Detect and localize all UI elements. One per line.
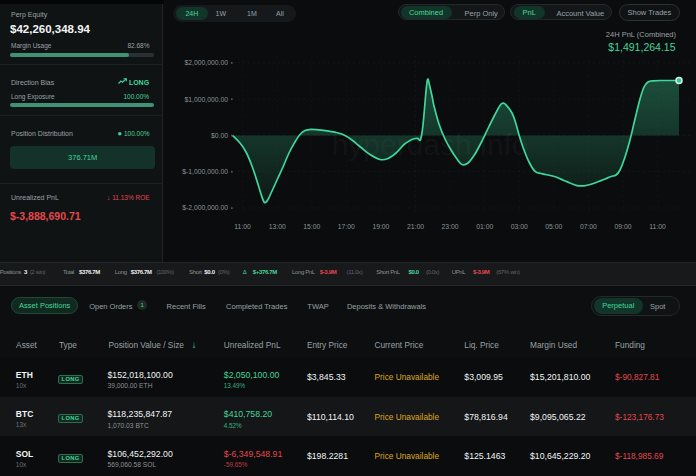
svg-text:07:00: 07:00 (580, 223, 597, 230)
svg-text:15:00: 15:00 (303, 223, 320, 230)
svg-text:21:00: 21:00 (407, 223, 424, 230)
svg-text:$-2,000,000.00: $-2,000,000.00 (182, 204, 228, 211)
svg-text:19:00: 19:00 (372, 223, 389, 230)
svg-text:$2,000,000.00: $2,000,000.00 (185, 59, 229, 66)
svg-text:$-1,000,000.00: $-1,000,000.00 (182, 168, 228, 175)
svg-text:$0.00: $0.00 (211, 132, 228, 139)
svg-text:09:00: 09:00 (614, 223, 631, 230)
svg-text:17:00: 17:00 (338, 223, 355, 230)
svg-text:$1,000,000.00: $1,000,000.00 (185, 96, 229, 103)
svg-text:01:00: 01:00 (476, 223, 493, 230)
svg-text:05:00: 05:00 (545, 223, 562, 230)
svg-text:03:00: 03:00 (511, 223, 528, 230)
svg-text:13:00: 13:00 (269, 223, 286, 230)
svg-text:23:00: 23:00 (442, 223, 459, 230)
svg-text:11:00: 11:00 (234, 223, 251, 230)
svg-text:11:00: 11:00 (649, 223, 666, 230)
